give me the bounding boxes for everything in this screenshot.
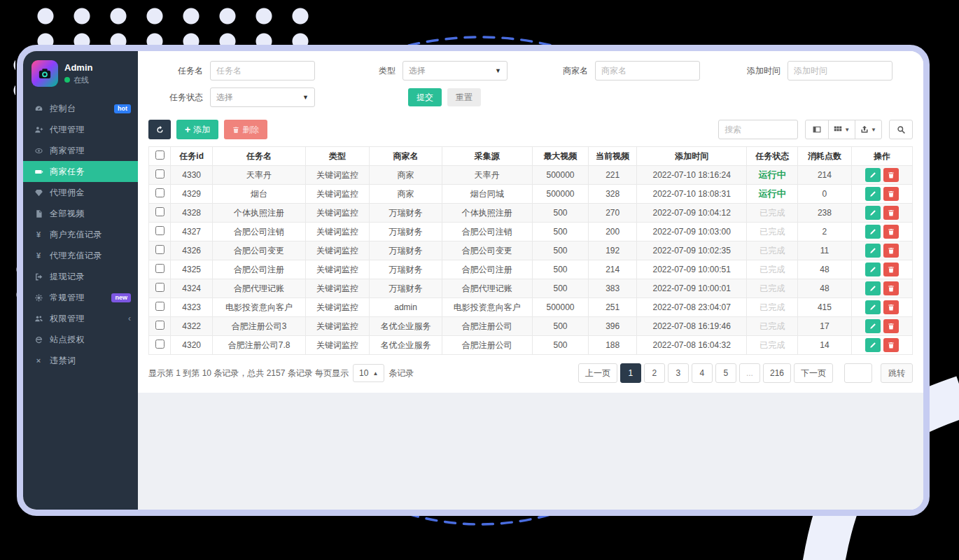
page-button-3[interactable]: 3 xyxy=(668,363,689,383)
search-button[interactable] xyxy=(889,120,913,139)
columns-button[interactable]: ▼ xyxy=(828,120,855,139)
export-button[interactable]: ▼ xyxy=(855,120,882,139)
prev-page-button[interactable]: 上一页 xyxy=(578,363,617,383)
type-select[interactable]: 选择 ▼ xyxy=(402,61,507,80)
cell: 500000 xyxy=(532,298,589,317)
search-icon xyxy=(897,125,906,134)
delete-row-button[interactable] xyxy=(883,300,899,314)
row-checkbox[interactable] xyxy=(155,245,164,254)
edit-row-button[interactable] xyxy=(865,244,881,258)
status-badge: 已完成 xyxy=(760,265,785,274)
delete-row-button[interactable] xyxy=(883,168,899,182)
edit-row-button[interactable] xyxy=(865,187,881,201)
delete-row-button[interactable] xyxy=(883,262,899,276)
toggle-view-button[interactable] xyxy=(805,120,829,139)
sidebar-item-permissions[interactable]: 权限管理‹ xyxy=(23,308,138,329)
search-input[interactable] xyxy=(718,120,798,139)
row-checkbox[interactable] xyxy=(155,207,164,216)
sidebar-item-withdraw[interactable]: 提现记录 xyxy=(23,266,138,287)
edit-row-button[interactable] xyxy=(865,281,881,295)
delete-button[interactable]: 删除 xyxy=(224,120,267,139)
sidebar-item-dashboard[interactable]: 控制台hot xyxy=(23,98,138,119)
cell: 天率丹 xyxy=(442,166,532,185)
sidebar-item-site-auth[interactable]: 站点授权 xyxy=(23,329,138,350)
sidebar-item-banned-words[interactable]: ×违禁词 xyxy=(23,350,138,371)
edit-row-button[interactable] xyxy=(865,168,881,182)
select-all-checkbox[interactable] xyxy=(155,150,164,160)
edit-row-button[interactable] xyxy=(865,262,881,276)
trash-icon xyxy=(232,126,239,134)
task-name-input[interactable] xyxy=(210,61,315,80)
row-checkbox[interactable] xyxy=(155,226,164,235)
cell: 关键词监控 xyxy=(305,185,369,204)
refresh-button[interactable] xyxy=(148,120,171,139)
sidebar-item-videos[interactable]: 全部视频 xyxy=(23,203,138,224)
edit-row-button[interactable] xyxy=(865,300,881,314)
delete-row-button[interactable] xyxy=(883,225,899,239)
page-button-2[interactable]: 2 xyxy=(644,363,665,383)
merchant-name-input[interactable] xyxy=(595,61,700,80)
delete-row-button[interactable] xyxy=(883,206,899,220)
edit-row-button[interactable] xyxy=(865,319,881,333)
cell: 合肥公司变更 xyxy=(442,241,532,260)
sidebar-item-merchants[interactable]: 商家管理 xyxy=(23,140,138,161)
next-page-button[interactable]: 下一页 xyxy=(794,363,833,383)
add-time-input[interactable] xyxy=(788,61,892,80)
page-size-select[interactable]: 10 ▲ xyxy=(353,364,384,382)
row-checkbox[interactable] xyxy=(155,169,164,178)
task-status-select[interactable]: 选择 ▼ xyxy=(210,88,315,107)
cell: 200 xyxy=(589,223,636,241)
cell: 万瑞财务 xyxy=(370,241,442,260)
cell: 14 xyxy=(798,336,852,355)
row-checkbox[interactable] xyxy=(155,283,164,292)
page-button-216[interactable]: 216 xyxy=(763,363,791,383)
avatar xyxy=(31,60,58,87)
sidebar-item-general[interactable]: 常规管理new xyxy=(23,287,138,308)
row-checkbox[interactable] xyxy=(155,302,164,311)
delete-row-button[interactable] xyxy=(883,244,899,258)
camera-icon xyxy=(38,66,52,80)
delete-row-button[interactable] xyxy=(883,338,899,352)
edit-row-button[interactable] xyxy=(865,225,881,239)
reset-button[interactable]: 重置 xyxy=(447,88,481,106)
edit-row-button[interactable] xyxy=(865,206,881,220)
submit-button[interactable]: 提交 xyxy=(408,88,442,106)
jump-page-input[interactable] xyxy=(844,363,872,383)
cell: 500000 xyxy=(532,185,589,204)
cell: 4329 xyxy=(171,185,213,204)
cell: 4326 xyxy=(171,241,213,260)
column-header: 操作 xyxy=(851,147,912,166)
cell: 48 xyxy=(798,279,852,298)
pencil-icon xyxy=(869,342,876,349)
sidebar-item-agents[interactable]: 代理管理 xyxy=(23,119,138,140)
cell: 万瑞财务 xyxy=(370,260,442,279)
row-checkbox[interactable] xyxy=(155,188,164,197)
sidebar-item-commission[interactable]: 代理佣金 xyxy=(23,182,138,203)
delete-row-button[interactable] xyxy=(883,319,899,333)
content-spacer xyxy=(138,393,923,510)
task-status-label: 任务状态 xyxy=(148,92,210,104)
cell: 270 xyxy=(589,204,636,223)
sidebar-item-merchant-tasks[interactable]: 商家任务 xyxy=(23,161,138,182)
delete-row-button[interactable] xyxy=(883,281,899,295)
cell: 合肥公司注册 xyxy=(213,260,306,279)
cell: 4322 xyxy=(171,317,213,336)
page-button-5[interactable]: 5 xyxy=(715,363,736,383)
sidebar-item-agent-recharge[interactable]: ¥代理充值记录 xyxy=(23,245,138,266)
jump-button[interactable]: 跳转 xyxy=(881,363,913,383)
page-button-4[interactable]: 4 xyxy=(692,363,713,383)
row-checkbox[interactable] xyxy=(155,340,164,349)
page-ellipsis-button[interactable]: ... xyxy=(739,363,760,383)
sidebar: Admin 在线 控制台hot代理管理商家管理商家任务代理佣金全部视频¥商户充值… xyxy=(23,51,138,510)
edit-row-button[interactable] xyxy=(865,338,881,352)
sidebar-item-merchant-recharge[interactable]: ¥商户充值记录 xyxy=(23,224,138,245)
status-badge: 已完成 xyxy=(760,340,785,350)
merchant-name-label: 商家名 xyxy=(533,65,595,77)
add-button[interactable]: + 添加 xyxy=(176,120,218,139)
column-header: 添加时间 xyxy=(636,147,747,166)
page-button-1[interactable]: 1 xyxy=(620,363,641,383)
delete-row-button[interactable] xyxy=(883,187,899,201)
row-checkbox[interactable] xyxy=(155,321,164,330)
commission-icon xyxy=(33,188,44,197)
row-checkbox[interactable] xyxy=(155,264,164,273)
